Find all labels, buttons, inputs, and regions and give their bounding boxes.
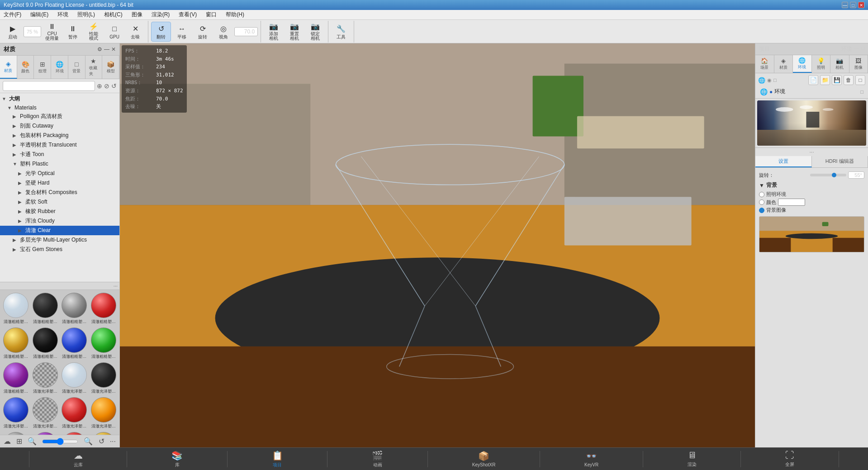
thumb-item[interactable]: 清澈粗糙塑… [2, 361, 30, 395]
size-slider[interactable] [42, 438, 78, 445]
tree-cloudy[interactable]: ▶ 浑浊 Cloudy [0, 216, 119, 226]
thumb-item[interactable]: 清澈粗糙塑… [90, 292, 118, 326]
status-animation-btn[interactable]: 🎬 动画 [367, 448, 388, 470]
tb-denoise-btn[interactable]: ✕ 去噪 [125, 22, 145, 42]
menu-view[interactable]: 查看(V) [177, 10, 199, 19]
tb-rotate-btn[interactable]: ⟳ 旋转 [193, 22, 213, 42]
refresh-icon[interactable]: ↺ [99, 437, 104, 446]
tb-start-btn[interactable]: ▶ 启动 [3, 22, 23, 42]
tb-add-camera-btn[interactable]: 📷 添加相机 [264, 22, 284, 42]
thumb-item[interactable]: 清澈光泽塑… [90, 396, 118, 430]
color-swatch[interactable] [778, 199, 805, 206]
tb-lock-camera-btn[interactable]: 📷 锁定相机 [305, 22, 325, 42]
rp-tab-scene[interactable]: 🏠 场景 [755, 55, 774, 73]
status-cloud-btn[interactable]: ☁ 云库 [69, 448, 87, 470]
panel-settings-icon[interactable]: ⚙ [97, 46, 102, 52]
tb-fov-btn[interactable]: ◎ 视角 [213, 22, 233, 42]
search-icon[interactable]: 🔍 [28, 437, 37, 446]
thumb-item[interactable]: 清澈粗糙塑… [31, 327, 60, 361]
menu-edit[interactable]: 编辑(E) [28, 10, 50, 19]
settings-tab[interactable]: 设置 [755, 156, 812, 167]
status-keyvr-btn[interactable]: 👓 KeyVR [580, 449, 603, 469]
tree-optical[interactable]: ▶ 光学 Optical [0, 169, 119, 178]
rp-tab-lighting[interactable]: 💡 照明 [812, 55, 831, 73]
search-input[interactable] [3, 81, 95, 91]
tab-material[interactable]: ◈ 材质 [0, 56, 17, 79]
panel-minimize-icon[interactable]: — [104, 46, 109, 52]
lighting-env-radio[interactable] [759, 192, 764, 197]
tree-clear[interactable]: ▶ 清澈 Clear [0, 226, 119, 235]
tb-tools-btn[interactable]: 🔧 工具 [331, 22, 351, 42]
rotation-value[interactable]: 55° [848, 171, 864, 179]
tree-packaging[interactable]: ▶ 包装材料 Packaging [0, 131, 119, 140]
menu-lighting[interactable]: 照明(L) [76, 10, 97, 19]
tab-fav[interactable]: ★ 收藏夹 [85, 56, 103, 79]
search-refresh-icon[interactable]: ↺ [111, 82, 117, 90]
hdri-expand-btn[interactable]: □ [855, 75, 865, 85]
color-radio[interactable] [759, 199, 764, 205]
status-fullscreen-btn[interactable]: ⛶ 全屏 [781, 448, 799, 470]
hdri-editor-tab[interactable]: HDRI 编辑器 [812, 156, 868, 167]
thumb-item[interactable]: 清澈粗糙塑… [2, 292, 30, 326]
thumb-item[interactable]: 清澈粗糙塑… [31, 292, 60, 326]
thumb-item[interactable]: 清澈光泽塑… [90, 431, 118, 435]
status-library-btn[interactable]: 📚 库 [167, 448, 187, 470]
hdri-delete-btn[interactable]: 🗑 [844, 75, 854, 85]
menu-help[interactable]: 帮助(H) [224, 10, 246, 19]
menu-render[interactable]: 渲染(R) [150, 10, 172, 19]
maximize-button[interactable]: □ [850, 2, 856, 8]
env-expand-btn[interactable]: □ [860, 89, 863, 95]
thumb-item[interactable]: 清澈粗糙塑… [90, 327, 118, 361]
menu-window[interactable]: 窗口 [204, 10, 218, 19]
tree-composites[interactable]: ▶ 复合材料 Composites [0, 188, 119, 197]
tab-texture[interactable]: ⊞ 纹理 [34, 56, 51, 79]
minimize-button[interactable]: — [842, 2, 848, 8]
menu-env[interactable]: 环境 [56, 10, 70, 19]
thumb-item[interactable]: 清澈粗糙塑… [60, 292, 89, 326]
tree-cutaway[interactable]: ▶ 剖面 Cutaway [0, 121, 119, 131]
menu-camera[interactable]: 相机(C) [102, 10, 124, 19]
rp-tab-material[interactable]: ◈ 材质 [774, 55, 793, 73]
env-tree-item[interactable]: 🌐 ● 环境 □ [758, 87, 865, 96]
env-more-btn[interactable]: ··· [755, 148, 868, 156]
hdri-open-btn[interactable]: 📁 [820, 75, 830, 85]
grid-icon[interactable]: ⊞ [16, 437, 22, 446]
tree-plastic[interactable]: ▼ 塑料 Plastic [0, 159, 119, 169]
tree-materials-group[interactable]: ▼ Materials [0, 104, 119, 112]
thumb-item[interactable]: 清澈光泽塑… [2, 396, 30, 430]
angle-value[interactable]: 70.0 [234, 27, 258, 36]
status-project-btn[interactable]: 📋 项目 [267, 448, 288, 470]
cloud-icon[interactable]: ☁ [4, 437, 11, 446]
bg-image-radio-row[interactable]: 背景图像 [759, 207, 864, 214]
tree-multilayer[interactable]: ▶ 多层光学 Multi-Layer Optics [0, 235, 119, 245]
bg-image-radio[interactable] [759, 208, 764, 213]
hdri-save-btn[interactable]: 💾 [832, 75, 842, 85]
tb-suspend-btn[interactable]: ⏸ 暂停 [63, 22, 83, 42]
hdri-new-btn[interactable]: 📄 [808, 75, 818, 85]
search-filter-icon[interactable]: ⊘ [104, 82, 109, 90]
thumb-item[interactable]: 清澈光泽塑… [60, 396, 89, 430]
thumb-more-icon[interactable]: ··· [114, 283, 118, 289]
thumb-item[interactable]: 清澈光泽塑… [90, 361, 118, 395]
rotation-slider[interactable] [810, 174, 846, 176]
tab-env[interactable]: 🌐 环境 [51, 56, 68, 79]
tree-soft[interactable]: ▶ 柔软 Soft [0, 197, 119, 207]
right-panel-expand-icon[interactable]: □ [861, 45, 864, 53]
thumb-item[interactable]: 清澈粗糙塑… [60, 327, 89, 361]
status-render-btn[interactable]: 🖥 渲染 [683, 448, 701, 470]
tree-root[interactable]: ▼ 大纲 [0, 94, 119, 104]
zoom-icon[interactable]: 🔍 [84, 437, 93, 446]
tab-color[interactable]: 🎨 颜色 [17, 56, 34, 79]
more-icon[interactable]: ··· [110, 437, 116, 446]
rp-tab-image[interactable]: 🖼 图像 [849, 55, 868, 73]
thumb-item[interactable]: 清澈粗糙塑… [2, 327, 30, 361]
search-add-icon[interactable]: ⊕ [97, 82, 102, 90]
tb-percent-dropdown[interactable]: 75 % [24, 26, 41, 37]
menu-file[interactable]: 文件(F) [2, 10, 23, 19]
tb-perf-btn[interactable]: ⚡ 性能模式 [84, 22, 104, 42]
viewport[interactable]: FPS： 18.2 时间： 3m 46s 采样值： 234 三角形： 31,01… [120, 43, 755, 447]
tree-gemstones[interactable]: ▶ 宝石 Gem Stones [0, 245, 119, 254]
color-radio-row[interactable]: 颜色 [759, 199, 864, 206]
rp-tab-env[interactable]: 🌐 环境 [793, 55, 812, 73]
rp-tab-camera[interactable]: 📷 相机 [830, 55, 849, 73]
